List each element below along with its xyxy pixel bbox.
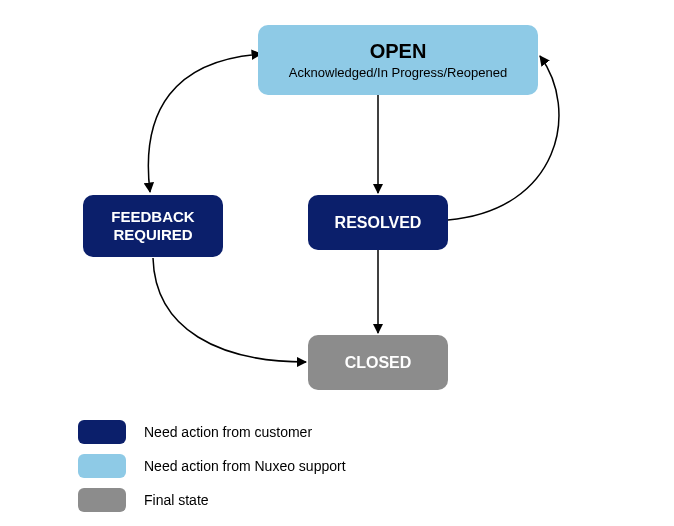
legend-label: Need action from Nuxeo support [144, 458, 346, 474]
state-closed-title: CLOSED [345, 354, 412, 372]
state-feedback-line2: REQUIRED [113, 226, 192, 244]
state-feedback-line1: FEEDBACK [111, 208, 194, 226]
state-open-title: OPEN [370, 40, 427, 63]
state-resolved: RESOLVED [308, 195, 448, 250]
legend-item: Need action from customer [78, 420, 346, 444]
legend-item: Final state [78, 488, 346, 512]
legend-swatch-final [78, 488, 126, 512]
state-open-subtitle: Acknowledged/In Progress/Reopened [289, 65, 507, 80]
state-resolved-title: RESOLVED [335, 214, 422, 232]
legend-item: Need action from Nuxeo support [78, 454, 346, 478]
state-closed: CLOSED [308, 335, 448, 390]
legend-label: Final state [144, 492, 209, 508]
legend-swatch-customer [78, 420, 126, 444]
state-feedback-required: FEEDBACK REQUIRED [83, 195, 223, 257]
state-open: OPEN Acknowledged/In Progress/Reopened [258, 25, 538, 95]
legend-swatch-support [78, 454, 126, 478]
legend: Need action from customer Need action fr… [78, 420, 346, 522]
legend-label: Need action from customer [144, 424, 312, 440]
